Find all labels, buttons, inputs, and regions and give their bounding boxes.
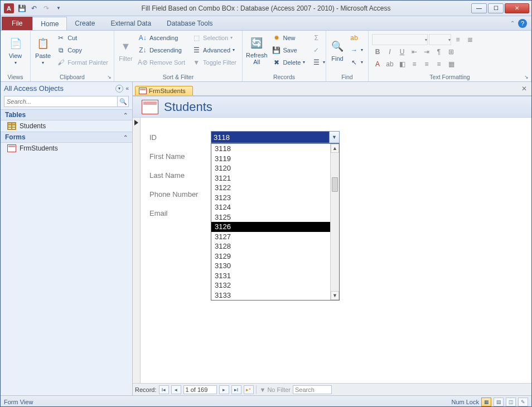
tab-database-tools[interactable]: Database Tools bbox=[159, 17, 221, 30]
tab-create[interactable]: Create bbox=[67, 17, 103, 30]
scroll-down-icon[interactable]: ▼ bbox=[331, 291, 339, 300]
record-search-input[interactable]: Search bbox=[293, 385, 332, 394]
record-position[interactable]: 1 of 169 bbox=[183, 385, 217, 394]
save-icon[interactable]: 💾 bbox=[16, 3, 27, 14]
align-center-icon[interactable]: ≡ bbox=[421, 59, 432, 70]
combo-value[interactable]: 3118 bbox=[211, 132, 329, 143]
dropdown-option[interactable]: 3127 bbox=[211, 232, 339, 242]
ascending-button[interactable]: A↓Ascending bbox=[136, 32, 187, 43]
dropdown-option[interactable]: 3123 bbox=[211, 193, 339, 203]
search-icon[interactable]: 🔍 bbox=[118, 96, 129, 107]
file-tab[interactable]: File bbox=[2, 17, 32, 30]
dropdown-option[interactable]: 3132 bbox=[211, 280, 339, 290]
help-icon[interactable]: ? bbox=[518, 19, 527, 28]
format-painter-button[interactable]: 🖌Format Painter bbox=[54, 56, 110, 68]
text-direction-icon[interactable]: ¶ bbox=[433, 46, 444, 57]
remove-sort-button[interactable]: A⊘Remove Sort bbox=[136, 56, 187, 68]
spelling-button[interactable]: ✓ bbox=[309, 44, 327, 56]
first-record-button[interactable]: I◂ bbox=[159, 385, 169, 394]
design-view-button[interactable]: ✎ bbox=[518, 398, 528, 406]
paste-button[interactable]: 📋 Paste ▾ bbox=[34, 32, 52, 69]
chevron-up-icon[interactable]: ⌃ bbox=[123, 134, 128, 140]
maximize-button[interactable]: ☐ bbox=[488, 3, 504, 13]
text-formatting-dialog-launcher[interactable]: ↘ bbox=[523, 74, 530, 80]
dropdown-option[interactable]: 3122 bbox=[211, 183, 339, 193]
layout-view-button[interactable]: ◫ bbox=[506, 398, 516, 406]
alt-row-icon[interactable]: ▦ bbox=[446, 59, 457, 70]
selection-button[interactable]: ⬚Selection ▾ bbox=[190, 32, 239, 43]
nav-collapse-icon[interactable]: « bbox=[125, 85, 129, 91]
dropdown-option[interactable]: 3131 bbox=[211, 271, 339, 281]
dropdown-option[interactable]: 3124 bbox=[211, 202, 339, 212]
scroll-up-icon[interactable]: ▲ bbox=[331, 144, 339, 153]
clipboard-dialog-launcher[interactable]: ↘ bbox=[106, 74, 113, 80]
form-view-button[interactable]: ▦ bbox=[481, 398, 491, 406]
gridlines-icon[interactable]: ⊞ bbox=[446, 46, 457, 57]
indent-increase-icon[interactable]: ⇥ bbox=[421, 46, 432, 57]
scroll-thumb[interactable] bbox=[332, 177, 338, 192]
chevron-down-icon[interactable]: ▼ bbox=[329, 132, 339, 143]
datasheet-view-button[interactable]: ▤ bbox=[494, 398, 504, 406]
find-button[interactable]: 🔍 Find bbox=[330, 32, 345, 69]
nav-dropdown-icon[interactable]: ▾ bbox=[115, 85, 123, 93]
underline-icon[interactable]: U bbox=[396, 46, 408, 57]
totals-button[interactable]: Σ bbox=[309, 32, 327, 43]
nav-header[interactable]: All Access Objects ▾ « bbox=[1, 82, 132, 95]
fill-color-icon[interactable]: ◧ bbox=[396, 59, 408, 70]
select-button[interactable]: ↖▾ bbox=[347, 56, 365, 68]
goto-button[interactable]: →▾ bbox=[347, 44, 365, 56]
indent-decrease-icon[interactable]: ⇤ bbox=[409, 46, 420, 57]
nav-item-students-table[interactable]: Students bbox=[1, 120, 132, 132]
nav-section-forms[interactable]: Forms ⌃ bbox=[1, 132, 132, 143]
close-document-icon[interactable]: ✕ bbox=[519, 84, 529, 94]
tab-home[interactable]: Home bbox=[32, 17, 67, 30]
descending-button[interactable]: Z↓Descending bbox=[136, 44, 187, 56]
qat-dropdown-icon[interactable]: ▼ bbox=[53, 3, 64, 14]
size-combo[interactable]: ▾ bbox=[429, 34, 451, 45]
dropdown-option[interactable]: 3128 bbox=[211, 241, 339, 251]
dropdown-option[interactable]: 3125 bbox=[211, 212, 339, 222]
align-left-icon[interactable]: ≡ bbox=[409, 59, 420, 70]
more-button[interactable]: ☰▾ bbox=[309, 56, 327, 68]
nav-section-tables[interactable]: Tables ⌃ bbox=[1, 109, 132, 120]
chevron-up-icon[interactable]: ⌃ bbox=[123, 112, 128, 118]
advanced-button[interactable]: ☰Advanced ▾ bbox=[190, 44, 239, 56]
filter-button[interactable]: ▼ Filter bbox=[118, 32, 134, 69]
cut-button[interactable]: ✂Cut bbox=[54, 32, 110, 43]
dropdown-option[interactable]: 3130 bbox=[211, 261, 339, 271]
prev-record-button[interactable]: ◂ bbox=[171, 385, 181, 394]
dropdown-option[interactable]: 3126 bbox=[211, 222, 339, 232]
dropdown-option[interactable]: 3118 bbox=[211, 144, 339, 154]
italic-icon[interactable]: I bbox=[384, 46, 395, 57]
dropdown-option[interactable]: 3121 bbox=[211, 173, 339, 183]
highlight-icon[interactable]: ab bbox=[384, 59, 395, 70]
font-combo[interactable]: ▾ bbox=[372, 34, 428, 45]
dropdown-option[interactable]: 3119 bbox=[211, 154, 339, 164]
minimize-button[interactable]: — bbox=[471, 3, 487, 13]
view-button[interactable]: 📄 View ▾ bbox=[4, 32, 27, 69]
next-record-button[interactable]: ▸ bbox=[219, 385, 229, 394]
last-record-button[interactable]: ▸I bbox=[231, 385, 241, 394]
new-record-button[interactable]: ▸* bbox=[244, 385, 254, 394]
save-record-button[interactable]: 💾Save bbox=[270, 44, 308, 56]
undo-icon[interactable]: ↶ bbox=[28, 3, 40, 14]
toggle-filter-button[interactable]: ▼Toggle Filter bbox=[190, 56, 239, 68]
bold-icon[interactable]: B bbox=[372, 46, 383, 57]
nav-item-frmstudents[interactable]: FrmStudents bbox=[1, 143, 132, 154]
align-right-icon[interactable]: ≡ bbox=[433, 59, 444, 70]
collapse-ribbon-icon[interactable]: ⌃ bbox=[510, 20, 515, 26]
dropdown-option[interactable]: 3133 bbox=[211, 290, 339, 301]
record-selector[interactable] bbox=[133, 118, 141, 383]
refresh-all-button[interactable]: 🔄 Refresh All bbox=[246, 32, 268, 69]
replace-button[interactable]: ab bbox=[347, 32, 365, 43]
filter-indicator[interactable]: ▼No Filter bbox=[256, 385, 291, 394]
bullets-icon[interactable]: ≡ bbox=[452, 34, 463, 45]
copy-button[interactable]: ⧉Copy bbox=[54, 44, 110, 56]
id-combo[interactable]: 3118 ▼ bbox=[211, 131, 340, 143]
delete-button[interactable]: ✖Delete ▾ bbox=[270, 56, 308, 68]
dropdown-option[interactable]: 3129 bbox=[211, 251, 339, 261]
tab-external-data[interactable]: External Data bbox=[103, 17, 159, 30]
font-color-icon[interactable]: A bbox=[372, 59, 383, 70]
search-input[interactable] bbox=[4, 96, 118, 107]
numbering-icon[interactable]: ≣ bbox=[465, 34, 476, 45]
